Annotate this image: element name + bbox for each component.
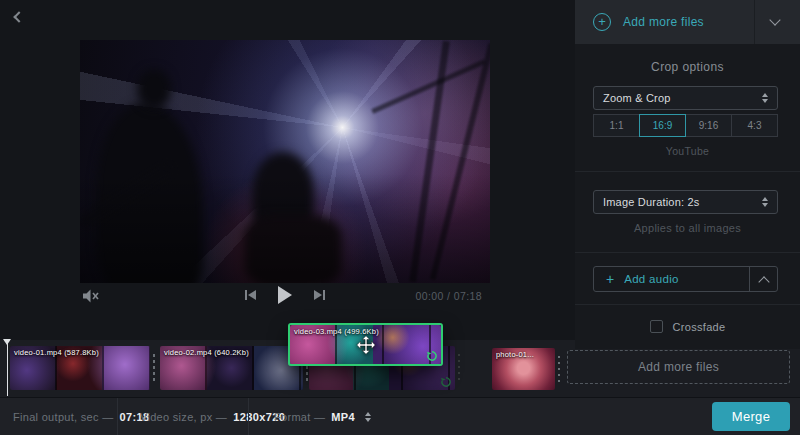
clip-label: photo-01... bbox=[496, 350, 534, 359]
back-button[interactable] bbox=[10, 10, 26, 26]
image-duration-value: Image Duration: 2s bbox=[603, 196, 762, 208]
video-preview[interactable] bbox=[80, 40, 490, 283]
aspect-ratio-group: 1:1 16:9 9:16 4:3 bbox=[593, 114, 778, 137]
timeline-clip-video-02[interactable]: video-02.mp4 (640.2Kb) bbox=[160, 346, 303, 390]
add-audio-label: Add audio bbox=[624, 273, 679, 285]
drag-handle-icon[interactable] bbox=[558, 356, 561, 384]
clip-label: video-01.mp4 (587.8Kb) bbox=[14, 348, 99, 357]
select-arrows-icon bbox=[762, 93, 768, 103]
divider bbox=[575, 171, 800, 172]
bottom-status-bar: Final output, sec — 07:18 Video size, px… bbox=[0, 397, 800, 435]
drag-handle-icon bbox=[458, 354, 461, 382]
mute-button[interactable] bbox=[82, 288, 100, 304]
crossfade-row: Crossfade bbox=[575, 320, 800, 333]
transport-controls bbox=[245, 285, 325, 305]
final-output-info: Final output, sec — 07:18 bbox=[13, 398, 150, 435]
rotate-icon[interactable] bbox=[426, 350, 438, 362]
chevron-down-icon bbox=[769, 14, 780, 25]
timeline-add-more-files-dropzone[interactable]: Add more files bbox=[567, 350, 790, 384]
crop-options-title: Crop options bbox=[575, 60, 800, 74]
video-frame bbox=[80, 40, 490, 283]
ratio-9-16-button[interactable]: 9:16 bbox=[685, 114, 732, 137]
select-arrows-icon bbox=[365, 412, 371, 422]
move-cursor-icon bbox=[355, 334, 377, 356]
divider bbox=[575, 252, 800, 253]
video-size-info: Video size, px — 1280x720 bbox=[140, 398, 285, 435]
muted-speaker-icon bbox=[82, 288, 100, 304]
crop-mode-select[interactable]: Zoom & Crop bbox=[593, 86, 778, 110]
format-value: MP4 bbox=[331, 411, 355, 423]
ratio-16-9-button[interactable]: 16:9 bbox=[639, 114, 686, 137]
ratio-caption: YouTube bbox=[575, 145, 800, 157]
rotate-icon[interactable] bbox=[440, 376, 452, 388]
previous-button[interactable] bbox=[245, 289, 256, 301]
add-more-files-button[interactable]: + Add more files bbox=[575, 0, 800, 44]
playhead[interactable] bbox=[3, 339, 12, 396]
video-size-label: Video size, px — bbox=[140, 411, 227, 423]
divider bbox=[117, 398, 118, 435]
divider bbox=[575, 304, 800, 305]
timeline-clip-video-01[interactable]: video-01.mp4 (587.8Kb) bbox=[10, 346, 150, 390]
vignette-overlay bbox=[80, 40, 490, 283]
ratio-1-1-button[interactable]: 1:1 bbox=[593, 114, 640, 137]
divider bbox=[248, 398, 249, 435]
add-audio-button[interactable]: + Add audio bbox=[594, 267, 749, 291]
play-button[interactable] bbox=[278, 286, 292, 304]
chevron-left-icon bbox=[13, 11, 24, 22]
add-more-files-label: Add more files bbox=[623, 15, 754, 29]
chevron-up-icon bbox=[758, 276, 769, 287]
crossfade-label: Crossfade bbox=[673, 321, 726, 333]
options-sidebar: + Add more files Crop options Zoom & Cro… bbox=[575, 0, 800, 349]
clip-label: video-02.mp4 (640.2Kb) bbox=[164, 348, 249, 357]
timeline-clip-video-03-dragging[interactable]: video-03.mp4 (499.6Kb) bbox=[288, 323, 443, 366]
drag-handle-icon[interactable] bbox=[153, 354, 156, 382]
dropzone-label: Add more files bbox=[638, 360, 719, 374]
duration-caption: Applies to all images bbox=[575, 222, 800, 234]
timecode: 00:00 / 07:18 bbox=[400, 290, 482, 302]
prev-icon bbox=[245, 290, 247, 300]
final-output-label: Final output, sec — bbox=[13, 411, 113, 423]
collapse-panel-button[interactable] bbox=[754, 0, 800, 44]
add-audio-control: + Add audio bbox=[593, 266, 778, 292]
format-label: Format — bbox=[274, 411, 325, 423]
format-select[interactable]: Format — MP4 bbox=[274, 398, 371, 435]
crossfade-checkbox[interactable] bbox=[650, 320, 663, 333]
image-duration-select[interactable]: Image Duration: 2s bbox=[593, 190, 778, 214]
next-button[interactable] bbox=[314, 289, 325, 301]
timeline-clip-photo-01[interactable]: photo-01... bbox=[492, 348, 555, 390]
audio-collapse-button[interactable] bbox=[749, 267, 777, 291]
plus-circle-icon: + bbox=[593, 13, 611, 31]
merge-button[interactable]: Merge bbox=[712, 402, 790, 431]
select-arrows-icon bbox=[762, 197, 768, 207]
next-icon bbox=[323, 290, 325, 300]
ratio-4-3-button[interactable]: 4:3 bbox=[731, 114, 778, 137]
plus-icon: + bbox=[606, 271, 614, 287]
crop-mode-value: Zoom & Crop bbox=[603, 92, 762, 104]
